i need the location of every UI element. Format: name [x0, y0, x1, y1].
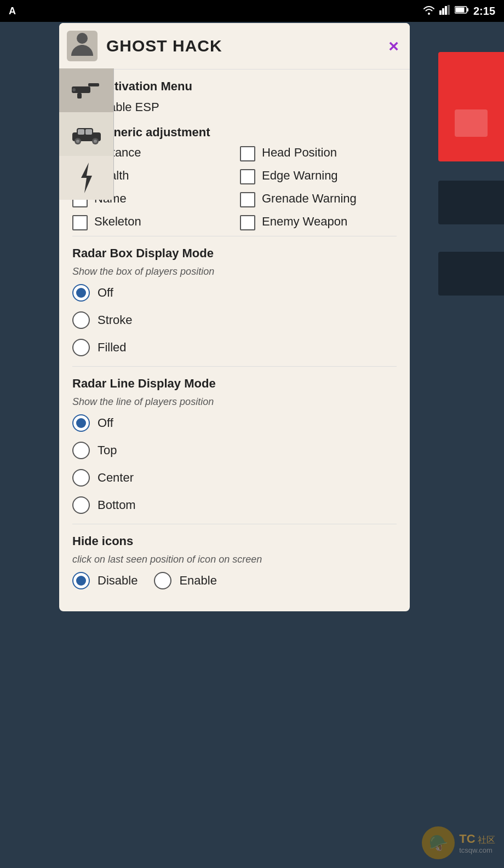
checkbox-grenade-warning[interactable]: Grenade Warning: [240, 191, 397, 207]
hide-icons-subtitle: click on last seen position of icon on s…: [72, 554, 397, 565]
skeleton-label: Skeleton: [94, 214, 141, 230]
svg-rect-5: [467, 8, 468, 11]
header-avatar: [67, 31, 98, 61]
hide-icons-enable-label: Enable: [179, 574, 217, 588]
bg-dark-block: [438, 181, 504, 224]
bg-dark-block2: [438, 252, 504, 296]
avatar-person-icon: [71, 32, 93, 61]
svg-rect-1: [442, 8, 444, 15]
radar-line-bottom-label: Bottom: [98, 498, 136, 512]
enemy-weapon-label: Enemy Weapon: [262, 214, 347, 230]
svg-rect-9: [88, 83, 99, 86]
edge-warning-label: Edge Warning: [262, 168, 338, 184]
hide-icons-options: Disable Enable: [72, 572, 397, 589]
radar-box-filled[interactable]: Filled: [72, 339, 397, 356]
divider-3: [72, 524, 397, 524]
esp-checkbox-grid: Distance Head Position Health Edge Warni…: [72, 145, 397, 230]
sidebar-item-gun[interactable]: [59, 68, 114, 112]
esp-generic-title: ESP generic adjustment: [72, 125, 397, 140]
enable-esp-row[interactable]: Enable ESP: [72, 99, 397, 115]
status-right: 2:15: [423, 5, 495, 18]
svg-rect-10: [77, 93, 82, 99]
checkbox-edge-warning[interactable]: Edge Warning: [240, 168, 397, 184]
status-bar: A 2:15: [0, 0, 504, 22]
watermark-text: TC 社区 tcsqw.com: [459, 832, 495, 854]
head-position-checkbox[interactable]: [240, 146, 255, 161]
divider-2: [72, 366, 397, 367]
divider-1: [72, 236, 397, 236]
radar-line-bottom[interactable]: Bottom: [72, 496, 397, 514]
close-button[interactable]: ×: [388, 37, 399, 55]
svg-rect-2: [445, 6, 447, 15]
hide-icons-disable-radio[interactable]: [72, 572, 90, 589]
radar-box-stroke[interactable]: Stroke: [72, 311, 397, 329]
svg-marker-20: [81, 163, 92, 193]
signal-icon: [439, 5, 450, 17]
panel-title: GHOST HACK: [106, 37, 222, 55]
radar-line-title: Radar Line Display Mode: [72, 377, 397, 391]
head-position-label: Head Position: [262, 145, 337, 161]
sidebar-item-lightning[interactable]: [59, 156, 114, 200]
battery-icon: [455, 5, 469, 16]
checkbox-enemy-weapon[interactable]: Enemy Weapon: [240, 214, 397, 230]
bg-red-block: [438, 52, 504, 161]
radar-box-filled-radio[interactable]: [72, 339, 90, 356]
svg-rect-0: [439, 10, 442, 15]
gun-icon: [72, 79, 101, 102]
radar-box-title: Radar Box Display Mode: [72, 246, 397, 261]
checkbox-head-position[interactable]: Head Position: [240, 145, 397, 161]
app-icon: A: [9, 5, 16, 17]
enemy-weapon-checkbox[interactable]: [240, 215, 255, 230]
radar-box-off-radio[interactable]: [72, 284, 90, 302]
radar-line-off[interactable]: Off: [72, 414, 397, 432]
svg-point-19: [94, 140, 97, 143]
svg-rect-14: [78, 129, 84, 135]
grenade-warning-label: Grenade Warning: [262, 191, 357, 207]
hide-icons-enable-radio[interactable]: [154, 572, 171, 589]
hide-icons-title: Hide icons: [72, 534, 397, 548]
radar-box-off-label: Off: [98, 286, 113, 300]
radar-box-subtitle: Show the box of players position: [72, 266, 397, 277]
sidebar: [59, 68, 114, 200]
time-display: 2:15: [473, 5, 495, 18]
svg-rect-15: [85, 129, 92, 135]
radar-box-stroke-label: Stroke: [98, 313, 133, 327]
radar-line-center[interactable]: Center: [72, 469, 397, 487]
wifi-icon: [423, 5, 435, 17]
checkbox-skeleton[interactable]: Skeleton: [72, 214, 229, 230]
radar-line-center-label: Center: [98, 471, 134, 485]
svg-rect-3: [448, 5, 450, 15]
radar-line-center-radio[interactable]: [72, 469, 90, 487]
radar-line-off-label: Off: [98, 416, 113, 430]
car-icon: [71, 124, 102, 144]
radar-box-stroke-radio[interactable]: [72, 311, 90, 329]
radar-line-subtitle: Show the line of players position: [72, 396, 397, 408]
status-left: A: [9, 5, 16, 17]
lightning-icon: [77, 163, 96, 193]
watermark-avatar: 🪖: [422, 826, 455, 859]
svg-rect-6: [455, 8, 464, 13]
svg-point-18: [76, 140, 79, 143]
esp-activation-title: ESP Activation Menu: [72, 79, 397, 94]
svg-point-11: [72, 88, 76, 91]
radar-line-top-label: Top: [98, 443, 117, 458]
panel-header: GHOST HACK ×: [59, 23, 410, 70]
radar-box-off[interactable]: Off: [72, 284, 397, 302]
edge-warning-checkbox[interactable]: [240, 169, 255, 184]
radar-line-top-radio[interactable]: [72, 442, 90, 459]
hide-icons-enable[interactable]: Enable: [154, 572, 217, 589]
radar-line-off-radio[interactable]: [72, 414, 90, 432]
hide-icons-disable[interactable]: Disable: [72, 572, 138, 589]
radar-line-top[interactable]: Top: [72, 442, 397, 459]
skeleton-checkbox[interactable]: [72, 215, 88, 230]
watermark: 🪖 TC 社区 tcsqw.com: [422, 826, 495, 859]
sidebar-item-car[interactable]: [59, 112, 114, 156]
radar-line-bottom-radio[interactable]: [72, 496, 90, 514]
grenade-warning-checkbox[interactable]: [240, 192, 255, 207]
hide-icons-disable-label: Disable: [98, 574, 138, 588]
svg-point-7: [77, 33, 88, 44]
radar-box-filled-label: Filled: [98, 340, 127, 355]
